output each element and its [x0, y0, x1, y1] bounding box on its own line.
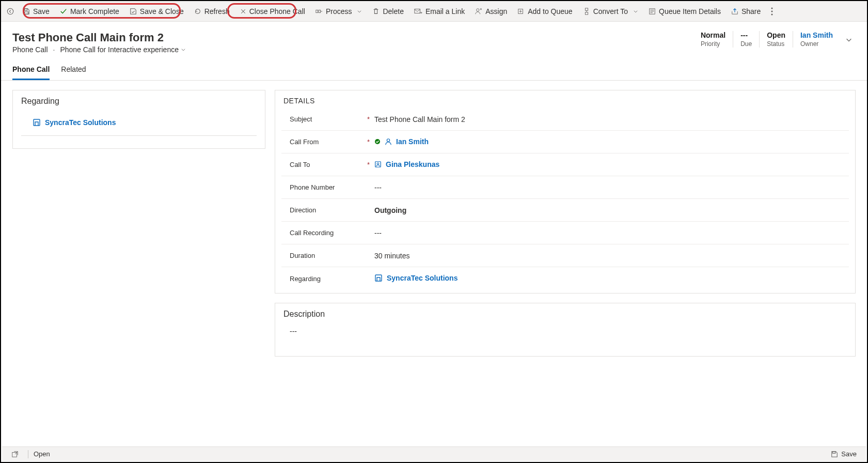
chevron-down-icon [357, 9, 362, 14]
required-subject: * [367, 115, 374, 123]
label-call-to: Call To [290, 161, 367, 168]
row-phone-number[interactable]: Phone Number --- [281, 176, 849, 199]
more-commands-button[interactable] [766, 7, 778, 16]
call-from-link[interactable]: Ian Smith [374, 137, 429, 146]
row-regarding[interactable]: Regarding SyncraTec Solutions [281, 267, 849, 290]
summary-due[interactable]: --- Due [733, 31, 759, 48]
svg-rect-19 [375, 275, 382, 281]
tabs: Phone Call Related [1, 58, 867, 81]
email-link-label: Email a Link [425, 7, 465, 16]
convert-to-button[interactable]: Convert To [578, 3, 643, 20]
entity-name: Phone Call [12, 45, 48, 54]
check-icon [60, 8, 67, 15]
popout-button[interactable] [7, 451, 23, 458]
form-selector[interactable]: Phone Call for Interactive experience [60, 45, 186, 54]
call-to-link[interactable]: Gina Pleskunas [374, 160, 439, 168]
call-to-text: Gina Pleskunas [386, 160, 439, 168]
status-bar: Open Save [2, 446, 866, 461]
save-close-icon [130, 8, 137, 15]
label-regarding: Regarding [290, 275, 367, 283]
share-button[interactable]: Share [726, 3, 766, 20]
summary-status-label: Status [767, 40, 785, 48]
label-duration: Duration [290, 252, 367, 259]
regarding-title: Regarding [13, 90, 265, 109]
regarding-card: Regarding SyncraTec Solutions [12, 90, 265, 149]
summary-status-value: Open [767, 31, 785, 39]
process-button[interactable]: Process [310, 3, 368, 20]
page-title: Test Phone Call Main form 2 [12, 31, 186, 44]
row-call-from[interactable]: Call From * Ian Smith [281, 131, 849, 153]
save-button[interactable]: Save [18, 3, 55, 20]
summary-owner-label: Owner [800, 40, 833, 48]
svg-point-0 [7, 8, 13, 14]
tab-related[interactable]: Related [61, 61, 86, 80]
assign-button[interactable]: Assign [470, 3, 512, 20]
record-header: Test Phone Call Main form 2 Phone Call ·… [1, 22, 867, 58]
convert-to-label: Convert To [593, 7, 628, 16]
back-button[interactable] [5, 6, 15, 17]
header-expand-button[interactable] [840, 31, 855, 43]
svg-rect-9 [585, 12, 588, 14]
convert-icon [583, 8, 590, 15]
label-call-recording: Call Recording [290, 229, 367, 237]
svg-rect-2 [25, 11, 28, 13]
regarding-detail-link[interactable]: SyncraTec Solutions [374, 274, 457, 282]
chevron-down-icon [181, 47, 186, 52]
queue-item-details-button[interactable]: Queue Item Details [643, 3, 726, 20]
mark-complete-button[interactable]: Mark Complete [55, 3, 124, 20]
header-summary: Normal Priority --- Due Open Status Ian … [693, 31, 840, 48]
label-subject: Subject [290, 115, 367, 123]
account-icon [374, 274, 383, 282]
svg-rect-1 [25, 8, 27, 10]
queue-details-icon [649, 8, 656, 15]
separator-dot: · [53, 45, 55, 54]
save-label: Save [33, 7, 50, 16]
row-subject[interactable]: Subject * Test Phone Call Main form 2 [281, 108, 849, 131]
svg-rect-21 [833, 451, 835, 453]
svg-point-13 [771, 13, 773, 15]
status-text: Open [34, 450, 50, 458]
close-phone-call-button[interactable]: Close Phone Call [235, 3, 310, 20]
summary-owner[interactable]: Ian Smith Owner [793, 31, 840, 48]
label-direction: Direction [290, 206, 367, 214]
process-icon [315, 8, 323, 15]
regarding-link[interactable]: SyncraTec Solutions [33, 118, 116, 127]
popout-icon [11, 451, 19, 458]
call-from-text: Ian Smith [396, 137, 429, 146]
summary-status[interactable]: Open Status [759, 31, 793, 48]
regarding-detail-text: SyncraTec Solutions [387, 274, 457, 282]
save-icon [23, 8, 30, 15]
svg-rect-4 [319, 10, 321, 12]
form-body: Regarding SyncraTec Solutions DETAILS Su… [1, 81, 867, 442]
description-card: Description --- [275, 303, 856, 357]
summary-priority[interactable]: Normal Priority [693, 31, 733, 48]
save-close-label: Save & Close [140, 7, 184, 16]
presence-available-icon [374, 138, 381, 145]
row-duration[interactable]: Duration 30 minutes [281, 244, 849, 267]
row-call-recording[interactable]: Call Recording --- [281, 222, 849, 244]
tab-phone-call[interactable]: Phone Call [12, 61, 50, 80]
svg-point-11 [771, 7, 773, 9]
summary-owner-value: Ian Smith [800, 31, 833, 39]
svg-point-12 [771, 10, 773, 12]
delete-button[interactable]: Delete [367, 3, 408, 20]
footer-save-button[interactable]: Save [827, 450, 861, 458]
svg-point-16 [387, 139, 389, 142]
save-close-button[interactable]: Save & Close [124, 3, 189, 20]
save-icon [831, 451, 838, 458]
add-to-queue-button[interactable]: Add to Queue [512, 3, 577, 20]
svg-rect-3 [316, 10, 318, 12]
add-queue-label: Add to Queue [528, 7, 572, 16]
row-call-to[interactable]: Call To * Gina Pleskunas [281, 153, 849, 176]
account-icon [33, 118, 41, 127]
command-bar: Save Mark Complete Save & Close Refresh … [1, 1, 867, 22]
refresh-button[interactable]: Refresh [189, 3, 235, 20]
value-subject: Test Phone Call Main form 2 [374, 115, 841, 124]
description-value[interactable]: --- [275, 322, 855, 356]
email-link-button[interactable]: Email a Link [409, 3, 470, 20]
contact-icon [374, 161, 382, 168]
more-vertical-icon [771, 7, 773, 16]
required-call-to: * [367, 161, 374, 168]
row-direction[interactable]: Direction Outgoing [281, 199, 849, 222]
assign-label: Assign [485, 7, 507, 16]
